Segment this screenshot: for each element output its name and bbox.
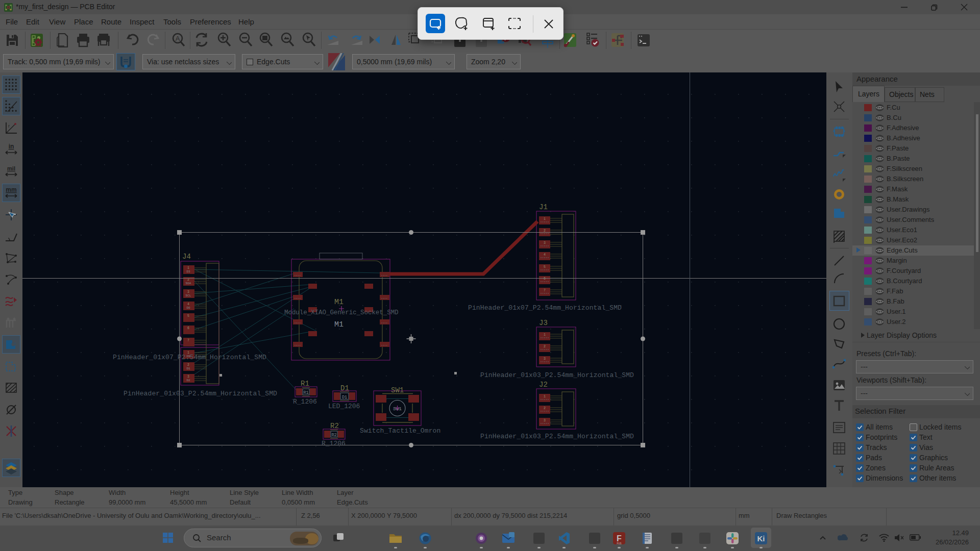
svg-text:D2: D2 — [186, 379, 190, 382]
svg-text:2: 2 — [544, 407, 546, 410]
svg-text:D1: D1 — [340, 384, 349, 392]
svg-text:J2: J2 — [539, 381, 548, 389]
svg-text:J4: J4 — [182, 253, 191, 261]
svg-text:D3: D3 — [186, 270, 190, 273]
svg-text:LED_1206: LED_1206 — [328, 403, 360, 410]
svg-text:5: 5 — [187, 314, 189, 318]
svg-text:FUS: FUS — [617, 542, 622, 545]
svg-text:PinHeader_01x03_P2.54mm_Horizo: PinHeader_01x03_P2.54mm_Horizontal_SMD — [480, 371, 634, 379]
svg-text:R_1206: R_1206 — [293, 398, 317, 406]
svg-text:M1: M1 — [334, 320, 344, 329]
svg-text:PinHeader_01x03_P2.54mm_Horizo: PinHeader_01x03_P2.54mm_Horizontal_SMD — [480, 433, 634, 440]
svg-text:Ki: Ki — [757, 534, 765, 543]
svg-text:R2: R2 — [331, 433, 336, 438]
svg-text:3: 3 — [544, 357, 546, 361]
svg-text:A: A — [176, 35, 180, 42]
svg-text:D1: D1 — [342, 395, 347, 400]
svg-text:J3: J3 — [539, 319, 548, 327]
svg-text:1: 1 — [544, 395, 546, 398]
svg-text:mil: mil — [7, 165, 15, 171]
svg-text:PinHeader_01x07_P2.54mm_Horizo: PinHeader_01x07_P2.54mm_Horizontal_SMD — [113, 354, 266, 361]
svg-text:D0: D0 — [186, 306, 190, 310]
svg-text:1: 1 — [544, 217, 546, 221]
svg-text:SW1: SW1 — [391, 386, 404, 394]
svg-text:6: 6 — [187, 327, 189, 330]
svg-text:Switch_Tactile_Omron: Switch_Tactile_Omron — [360, 427, 440, 435]
svg-text:J1: J1 — [539, 203, 548, 211]
svg-text:in: in — [9, 143, 14, 150]
svg-text:PinHeader_01x03_P2.54mm_Horizo: PinHeader_01x03_P2.54mm_Horizontal_SMD — [124, 390, 277, 397]
svg-text:r: r — [8, 123, 10, 129]
svg-text:2: 2 — [544, 345, 546, 348]
svg-text:mm: mm — [6, 186, 16, 193]
svg-text:2: 2 — [187, 278, 189, 282]
svg-text:7: 7 — [187, 339, 189, 342]
svg-text:SDA: SDA — [186, 282, 191, 285]
svg-text:6: 6 — [544, 277, 546, 281]
svg-text:4: 4 — [187, 303, 189, 306]
svg-text:1: 1 — [544, 333, 546, 337]
svg-text:F: F — [617, 534, 622, 543]
svg-text:2: 2 — [544, 229, 546, 233]
svg-text:R1: R1 — [303, 390, 308, 395]
svg-text:2: 2 — [187, 363, 189, 367]
svg-text:M1: M1 — [334, 298, 344, 307]
svg-text:3: 3 — [544, 419, 546, 422]
svg-text:4: 4 — [544, 253, 546, 257]
svg-text:R_1206: R_1206 — [322, 440, 346, 447]
svg-text:1: 1 — [187, 266, 189, 270]
svg-text:3: 3 — [187, 290, 189, 294]
svg-text:R2: R2 — [330, 422, 339, 430]
svg-text:PinHeader_01x07_P2.54mm_Horizo: PinHeader_01x07_P2.54mm_Horizontal_SMD — [468, 304, 622, 312]
svg-text:R1: R1 — [301, 380, 309, 388]
svg-text:SCL: SCL — [186, 294, 191, 297]
svg-text:3: 3 — [187, 375, 189, 379]
svg-text:3: 3 — [544, 241, 546, 245]
svg-text:D1: D1 — [186, 367, 190, 370]
svg-text:5: 5 — [544, 265, 546, 269]
svg-text:7: 7 — [544, 289, 546, 292]
